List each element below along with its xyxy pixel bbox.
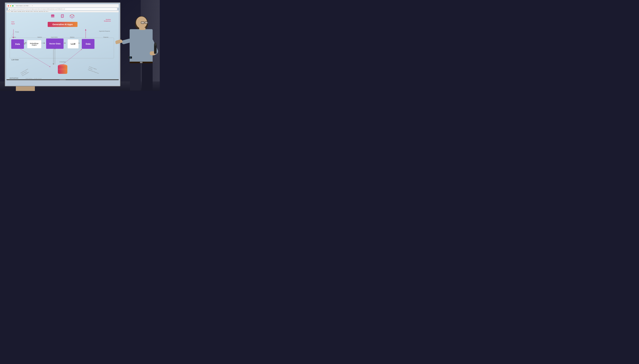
documents-icon [60,14,65,20]
presenter-neck [139,28,146,30]
presenter-belt [130,62,152,63]
bookmark-apac-ai: APAC AI [30,11,33,12]
llm-chain-label: LLM Chain [12,59,19,60]
bookmark-host: Host [46,11,48,12]
tab-label: Vector Search, LLM, RAG - ... [16,5,30,6]
bookmark-apps: ⚏ アプリ [7,11,10,12]
augmentation-label: Augmentation [51,36,58,38]
maximize-dot [12,5,14,6]
llm-box: LLM [68,39,78,48]
slide-content: Generative AI Apps User Input System Res… [6,12,119,80]
bookmark-travel: Travel Blog [17,11,21,12]
presenter-glasses [141,22,148,24]
address-bar[interactable]: 🔒 docs.google.com/presentation/d/TTtoZUK… [8,8,118,10]
db-mid-line [58,68,67,70]
slide-bottom-bar [6,79,119,80]
data-right-box: Data [82,39,94,49]
bookmark-apac-team: APAC Team [34,11,38,12]
copyright-text: ©2023 DataStax — All rights reserved [26,78,42,79]
close-dot [8,5,9,6]
response-label: Response [103,36,108,38]
stateless-label-1: Stateless [38,36,42,38]
bookmark-sales: Sales Portal [39,11,43,12]
vector-data-box: Vector Data [46,38,64,49]
bookmark-internet: Internet [14,11,17,12]
context-logging-text: Context Logging Prompts Augmented Respon… [88,66,100,74]
bookmark-apac: APAC DSE [26,11,30,12]
top-icons [50,14,75,20]
prompt-label: Prompt [15,32,19,32]
datastax-logo: DATASTAX [10,77,18,79]
svg-rect-2 [51,17,54,18]
microphone [154,44,156,54]
svg-rect-1 [51,16,54,16]
url-text: docs.google.com/presentation/d/TTtoZUKJm… [10,8,65,10]
data-left-box: Data [11,39,24,49]
tab-plus[interactable]: + [32,5,33,6]
database-cylinder [58,64,67,76]
presenter-left-pant [142,63,152,90]
minimize-dot [10,5,11,6]
user-input-label: User Input [11,21,15,25]
bookmark-more: » [48,11,49,12]
slide-indicator [60,80,66,80]
customer-history-text: Customer History Chat History Personaliz… [20,68,30,76]
stateless-label-2: Stateless [70,36,74,38]
system-response-label: System Response [104,19,111,22]
gen-ai-banner: Generative AI Apps [48,22,78,27]
bookmark-nemo: NEMO [11,11,13,12]
projection-screen: Vector Search, LLM, RAG - ... + 🔒 docs.g… [5,2,120,86]
svg-marker-10 [70,14,74,17]
svg-rect-3 [52,14,54,15]
database-icon [50,14,55,20]
bookmark-egs: EGS [44,11,46,12]
slide-diagram: Generative AI Apps User Input System Res… [6,12,119,80]
augmented-response-label: Augmented Response [99,30,110,32]
lock-icon: 🔒 [9,8,10,10]
browser-chrome: Vector Search, LLM, RAG - ... + [6,4,119,8]
embeddings-label: Embeddings [60,61,66,62]
embeddings-engine-box: Embeddings Engine [27,40,41,48]
bookmark-wl: WL POC [22,11,25,12]
context-label: Context [12,36,16,38]
screen-frame: Vector Search, LLM, RAG - ... + 🔒 docs.g… [5,2,120,86]
presenter-left-hand [115,39,123,44]
presenter-watch [128,56,132,59]
presenter-figure [116,13,156,91]
presenter-right-pant [130,63,141,90]
box-3d-icon [70,14,75,20]
bookmarks-bar: ⚏ アプリ NEMO Internet Travel Blog WL POC A… [6,10,119,12]
